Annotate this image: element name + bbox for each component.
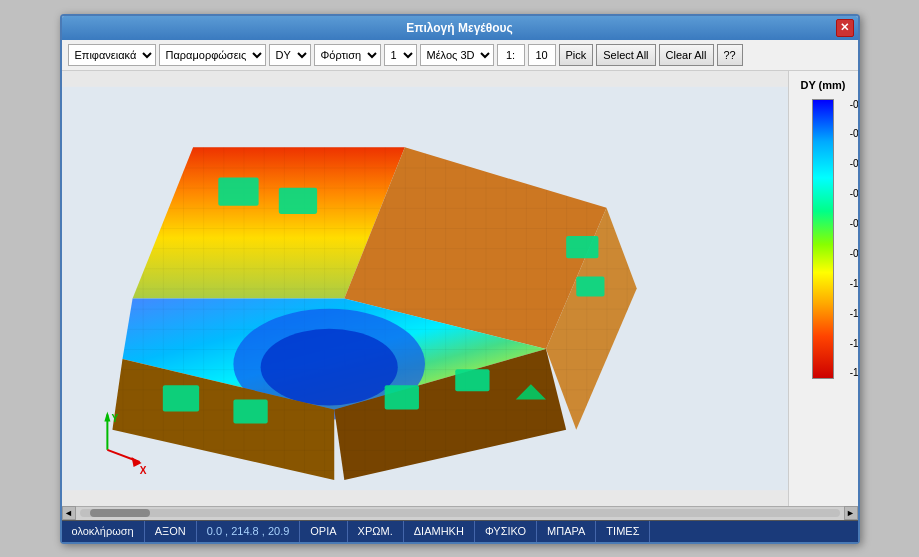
window-5 xyxy=(162,385,198,411)
window-6 xyxy=(233,399,267,423)
load-num-dropdown[interactable]: 1 xyxy=(384,44,417,66)
member-dropdown[interactable]: Μέλος 3D xyxy=(420,44,494,66)
clear-all-button[interactable]: Clear All xyxy=(659,44,714,66)
svg-text:Y: Y xyxy=(111,412,118,423)
close-button[interactable]: ✕ xyxy=(836,19,854,37)
depression-deep xyxy=(260,328,397,405)
legend-value-0: -0.103 xyxy=(850,99,858,110)
status-item-axon[interactable]: ΑΞΟΝ xyxy=(145,521,197,542)
status-item-coords[interactable]: 0.0 , 214.8 , 20.9 xyxy=(197,521,301,542)
main-area: Y X DY (mm) -0.103-0.264-0.425-0.587-0.7… xyxy=(62,71,858,506)
legend-value-1: -0.264 xyxy=(850,128,858,139)
window-4 xyxy=(576,276,604,296)
window-3 xyxy=(566,236,598,258)
status-item-longit[interactable]: ΔΙΑΜΗΚΗ xyxy=(404,521,475,542)
load-dropdown[interactable]: Φόρτιση xyxy=(314,44,381,66)
statusbar: ολοκλήρωσηΑΞΟΝ0.0 , 214.8 , 20.9ΟΡΙΑΧΡΩΜ… xyxy=(62,520,858,542)
legend-value-7: -1.23 xyxy=(850,308,858,319)
status-item-color[interactable]: ΧΡΩΜ. xyxy=(348,521,404,542)
legend-value-4: -0.749 xyxy=(850,218,858,229)
main-window: Επιλογή Μεγέθους ✕ Επιφανειακά Παραμορφώ… xyxy=(60,14,860,544)
select-all-button[interactable]: Select All xyxy=(596,44,655,66)
scroll-left-button[interactable]: ◄ xyxy=(62,506,76,520)
toolbar: Επιφανειακά Παραμορφώσεις DY Φόρτιση 1 Μ… xyxy=(62,40,858,71)
surface-dropdown[interactable]: Επιφανειακά xyxy=(68,44,156,66)
legend-title: DY (mm) xyxy=(800,79,845,91)
range-end-input[interactable] xyxy=(528,44,556,66)
legend-area: DY (mm) -0.103-0.264-0.425-0.587-0.749-0… xyxy=(788,71,858,506)
help-button[interactable]: ?? xyxy=(717,44,743,66)
title-bar: Επιλογή Μεγέθους ✕ xyxy=(62,16,858,40)
deformation-dropdown[interactable]: Παραμορφώσεις xyxy=(159,44,266,66)
status-item-complete[interactable]: ολοκλήρωση xyxy=(62,521,145,542)
legend-bar: -0.103-0.264-0.425-0.587-0.749-0.910-1.0… xyxy=(812,99,834,379)
window-8 xyxy=(455,369,489,391)
scroll-right-button[interactable]: ► xyxy=(844,506,858,520)
legend-gradient xyxy=(812,99,834,379)
legend-wrapper: -0.103-0.264-0.425-0.587-0.749-0.910-1.0… xyxy=(812,99,834,379)
legend-value-2: -0.425 xyxy=(850,158,858,169)
window-2 xyxy=(278,187,316,213)
status-item-physical[interactable]: ΦΥΣΙΚΟ xyxy=(475,521,537,542)
window-1 xyxy=(218,177,258,205)
window-title: Επιλογή Μεγέθους xyxy=(406,21,513,35)
status-item-values[interactable]: ΤΙΜΕΣ xyxy=(596,521,650,542)
range-start-input[interactable] xyxy=(497,44,525,66)
horizontal-scrollbar[interactable]: ◄ ► xyxy=(62,506,858,520)
status-item-bar[interactable]: ΜΠΑΡΑ xyxy=(537,521,596,542)
legend-value-8: -1.39 xyxy=(850,338,858,349)
legend-value-9: -1.55 xyxy=(850,367,858,378)
legend-value-3: -0.587 xyxy=(850,188,858,199)
scroll-thumb[interactable] xyxy=(90,509,150,517)
svg-text:X: X xyxy=(139,465,146,476)
legend-value-6: -1.07 xyxy=(850,278,858,289)
status-item-limits[interactable]: ΟΡΙΑ xyxy=(300,521,347,542)
pick-button[interactable]: Pick xyxy=(559,44,594,66)
scroll-track[interactable] xyxy=(80,509,840,517)
legend-value-5: -0.910 xyxy=(850,248,858,259)
dy-dropdown[interactable]: DY xyxy=(269,44,311,66)
window-7 xyxy=(384,385,418,409)
legend-labels: -0.103-0.264-0.425-0.587-0.749-0.910-1.0… xyxy=(850,99,858,379)
canvas-area[interactable]: Y X xyxy=(62,71,788,506)
fem-visualization: Y X xyxy=(62,71,788,506)
